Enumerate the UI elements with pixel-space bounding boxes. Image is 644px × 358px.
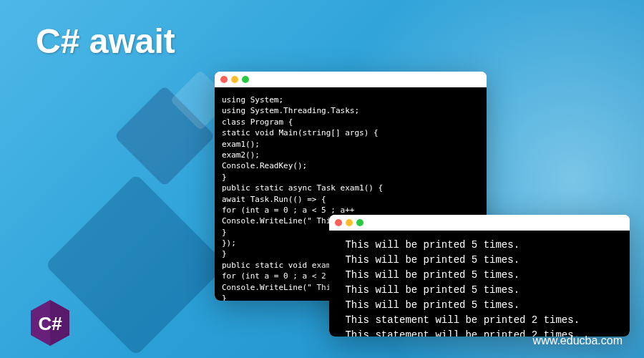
close-icon[interactable] xyxy=(220,76,228,83)
terminal-output-window: This will be printed 5 times. This will … xyxy=(329,215,630,337)
minimize-icon[interactable] xyxy=(231,76,238,83)
maximize-icon[interactable] xyxy=(356,219,364,226)
svg-text:C#: C# xyxy=(38,313,62,334)
page-title: C# await xyxy=(36,21,175,61)
window-titlebar xyxy=(329,215,630,231)
footer-url: www.educba.com xyxy=(533,334,623,347)
maximize-icon[interactable] xyxy=(242,76,249,83)
csharp-logo-icon: C# xyxy=(29,299,72,347)
minimize-icon[interactable] xyxy=(346,219,353,226)
close-icon[interactable] xyxy=(335,219,342,226)
terminal-output-content: This will be printed 5 times. This will … xyxy=(329,231,630,337)
hexagon-csharp-icon: C# xyxy=(29,299,72,347)
bg-diamond-decoration xyxy=(45,174,228,357)
window-titlebar xyxy=(215,72,487,87)
